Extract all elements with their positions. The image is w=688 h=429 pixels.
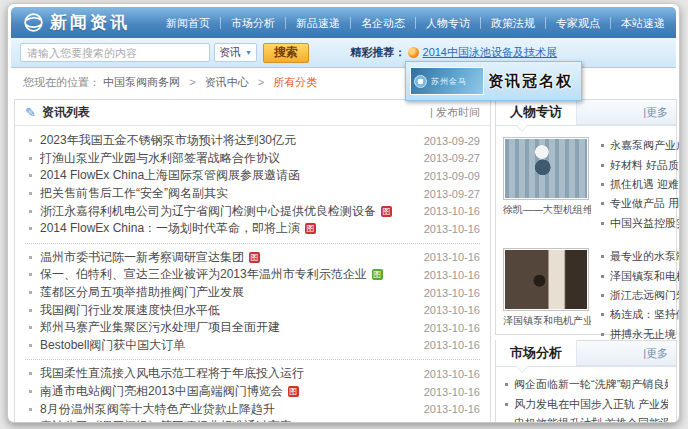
market-link-list: 阀企面临新一轮“洗牌”朝产销良好发展 风力发电在中国步入正轨 产业发展只欠“东 … [496, 367, 676, 423]
news-link[interactable]: 8月份温州泵阀等十大特色产业贷款止降趋升 [40, 401, 275, 418]
list-item: 把关售前售后工作“安全”阀名副其实 2013-09-27 [25, 185, 480, 203]
interview-link[interactable]: 中国兴益控股实力 [610, 216, 680, 231]
sponsor-banner[interactable]: 苏州金马 资讯冠名权 [405, 61, 582, 101]
search-category-select[interactable]: 资讯 ▼ [214, 43, 257, 62]
list-item: 杨连成：坚持做阀 [601, 305, 680, 324]
search-button[interactable]: 搜索 [263, 43, 309, 63]
interview-link[interactable]: 永嘉泵阀产业成为 [610, 138, 680, 153]
interview-photo [505, 139, 587, 198]
news-link[interactable]: 温州市委书记陈一新考察调研宣达集团 [40, 249, 244, 266]
list-item: 8月份温州泵阀等十大特色产业贷款止降趋升 2013-10-16 [25, 400, 480, 418]
interview-photo [505, 250, 587, 309]
breadcrumb-section-link[interactable]: 资讯中心 [205, 76, 249, 88]
interview-photo-caption[interactable]: 泽国镇泵和电机产业 [503, 314, 591, 328]
promo-label: 精彩推荐： [351, 45, 406, 60]
interview-photo-link[interactable]: 泽国镇泵和电机产业 [503, 248, 593, 344]
bullet-icon [29, 227, 32, 230]
market-link[interactable]: 电机效能提升计划 首推合同能源管理模式 [514, 416, 668, 423]
news-date: 2013-10-16 [424, 403, 480, 415]
news-list-header: ✎ 资讯列表 | 发布时间 [15, 100, 490, 126]
nav-item-express[interactable]: 本站速递 [610, 17, 675, 29]
interview-link[interactable]: 好材料 好品质 鉴定 [610, 158, 680, 173]
news-link[interactable]: 把关售前售后工作“安全”阀名副其实 [40, 185, 228, 202]
interview-more-link[interactable]: |更多 [643, 105, 668, 120]
list-item: 南通市电站阀门亮相2013中国高端阀门博览会 图 2013-10-16 [25, 383, 480, 401]
bullet-icon [29, 157, 32, 160]
market-header: 市场分析 |更多 [496, 341, 676, 367]
news-link[interactable]: 我国柔性直流接入风电示范工程将于年底投入运行 [40, 365, 304, 382]
bullet-icon [601, 255, 604, 258]
bullet-icon [29, 390, 32, 393]
bullet-icon [505, 383, 508, 386]
list-item: 秦冶公司《调压阀组》等三项行业标准通过审定 2013-10-16 [25, 418, 480, 423]
nav-item-market[interactable]: 市场分析 [220, 17, 285, 29]
news-link[interactable]: 秦冶公司《调压阀组》等三项行业标准通过审定 [40, 418, 292, 423]
list-item: 打渔山泵业产业园与水利部签署战略合作协议 2013-09-27 [25, 150, 480, 168]
news-date: 2013-10-16 [424, 322, 480, 334]
market-more-link[interactable]: |更多 [643, 346, 668, 361]
interview-photo-caption[interactable]: 徐凯——大型机组维 [503, 203, 591, 217]
nav-item-home[interactable]: 新闻首页 [156, 17, 220, 29]
news-link[interactable]: 保一、伯特利、宣达三企业被评为2013年温州市专利示范企业 [40, 266, 367, 283]
bullet-icon [29, 273, 32, 276]
nav-item-interview[interactable]: 人物专访 [415, 17, 480, 29]
news-link[interactable]: 2014 FlowEx China上海国际泵管阀展参展邀请函 [40, 167, 300, 184]
interview-link[interactable]: 专业做产品 用心做 [610, 196, 680, 211]
image-badge-icon: 图 [381, 206, 392, 217]
list-item: 抓住机遇 迎难而上 [601, 175, 680, 194]
news-link[interactable]: 2014 FlowEx China：一场划时代革命，即将上演 [40, 220, 300, 237]
search-input[interactable] [20, 43, 210, 62]
list-item: Bestobell阀门获中国大订单 2013-10-16 [25, 337, 480, 355]
news-link[interactable]: 打渔山泵业产业园与水利部签署战略合作协议 [40, 150, 280, 167]
breadcrumb-separator: > [189, 76, 195, 88]
site-logo[interactable]: 新闻资讯 [23, 11, 130, 34]
interview-header: 人物专访 |更多 [496, 100, 676, 126]
news-link[interactable]: 莲都区分局五项举措助推阀门产业发展 [40, 284, 244, 301]
news-link[interactable]: Bestobell阀门获中国大订单 [40, 337, 185, 354]
promo-link[interactable]: 2014中国泳池设备及技术展 [423, 45, 557, 60]
list-item: 专业做产品 用心做 [601, 194, 680, 213]
main-window: 新闻资讯 新闻首页 市场分析 新品速递 名企动态 人物专访 政策法规 专家观点 … [7, 3, 680, 423]
tab-pointer [516, 124, 528, 131]
breadcrumb-current[interactable]: 所有分类 [273, 76, 317, 88]
nav-item-companies[interactable]: 名企动态 [350, 17, 415, 29]
bullet-icon [601, 313, 604, 316]
market-link[interactable]: 阀企面临新一轮“洗牌”朝产销良好发展 [514, 377, 668, 392]
bullet-icon [601, 164, 604, 167]
list-item: 风力发电在中国步入正轨 产业发展只欠“东 [505, 395, 668, 415]
interview-link[interactable]: 泽国镇泵和电机产 [610, 269, 680, 284]
news-date: 2013-10-16 [424, 339, 480, 351]
news-link[interactable]: 浙江永嘉得利机电公司为辽宁省阀门检测中心提供优良检测设备 [40, 203, 376, 220]
news-link[interactable]: 2023年我国五金不锈钢泵市场预计将达到30亿元 [40, 132, 296, 149]
bullet-icon [601, 275, 604, 278]
breadcrumb-prefix: 您现在的位置： [23, 76, 100, 88]
sponsor-logo-icon [414, 75, 427, 88]
list-item: 2014 FlowEx China：一场划时代革命，即将上演 图 2013-10… [25, 220, 480, 238]
nav-item-policy[interactable]: 政策法规 [480, 17, 545, 29]
news-link[interactable]: 郑州马寨产业集聚区污水处理厂项目全面开建 [40, 319, 280, 336]
news-list-title: 资讯列表 [42, 104, 90, 121]
interview-link[interactable]: 杨连成：坚持做阀 [610, 307, 680, 322]
interview-photo-link[interactable]: 徐凯——大型机组维 [503, 137, 593, 233]
nav-item-experts[interactable]: 专家观点 [545, 17, 610, 29]
interview-link[interactable]: 浙江志远阀门朱志 [610, 288, 680, 303]
list-item: 莲都区分局五项举措助推阀门产业发展 2013-10-16 [25, 284, 480, 302]
group-separator [25, 359, 480, 360]
nav-item-newproducts[interactable]: 新品速递 [285, 17, 350, 29]
bullet-icon [29, 309, 32, 312]
sponsor-banner-title: 资讯冠名权 [484, 72, 577, 91]
news-date: 2013-10-16 [424, 386, 480, 398]
bullet-icon [29, 192, 32, 195]
news-date: 2013-10-16 [424, 205, 480, 217]
news-link[interactable]: 我国阀门行业发展速度快但水平低 [40, 302, 220, 319]
breadcrumb-site-link[interactable]: 中国泵阀商务网 [103, 76, 180, 88]
list-item: 保一、伯特利、宣达三企业被评为2013年温州市专利示范企业 图 2013-10-… [25, 266, 480, 284]
bullet-icon [29, 372, 32, 375]
interview-link-list: 最专业的水泵制造 泽国镇泵和电机产 浙江志远阀门朱志 杨连成：坚持做阀 拼搏永无… [593, 247, 680, 344]
publish-date-header: | 发布时间 [430, 105, 480, 120]
interview-link[interactable]: 最专业的水泵制造 [610, 249, 680, 264]
news-link[interactable]: 南通市电站阀门亮相2013中国高端阀门博览会 [40, 383, 283, 400]
market-link[interactable]: 风力发电在中国步入正轨 产业发展只欠“东 [514, 397, 668, 412]
interview-link[interactable]: 抓住机遇 迎难而上 [610, 177, 680, 192]
news-date: 2013-10-16 [424, 304, 480, 316]
